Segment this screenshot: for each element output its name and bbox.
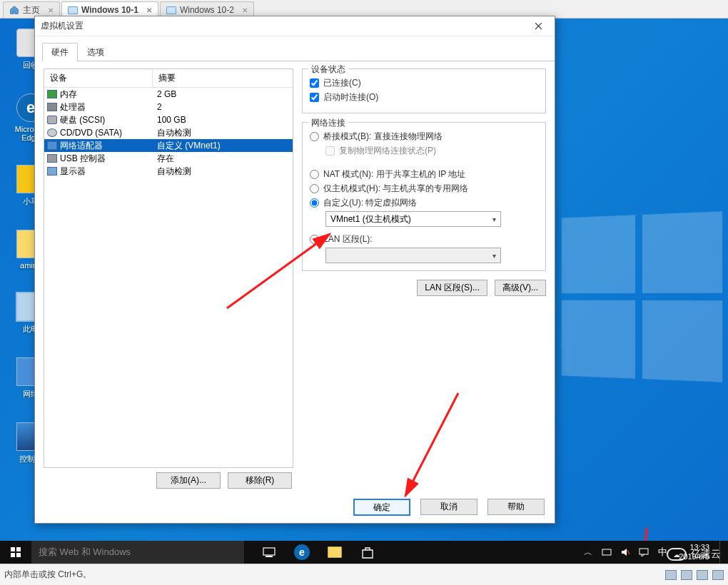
- remove-button[interactable]: 移除(R): [228, 472, 292, 489]
- home-icon: [9, 5, 19, 15]
- tray-chevron-icon[interactable]: ︿: [582, 546, 595, 559]
- explorer-taskbar-icon[interactable]: [318, 541, 351, 564]
- close-icon[interactable]: ✕: [48, 6, 54, 14]
- status-cd-icon[interactable]: [681, 570, 692, 580]
- col-device[interactable]: 设备: [44, 69, 153, 87]
- device-list-header: 设备 摘要: [44, 69, 293, 88]
- device-list-panel: 设备 摘要 内存2 GB处理器2硬盘 (SCSI)100 GBCD/DVD (S…: [44, 68, 293, 468]
- device-name: USB 控制器: [60, 153, 106, 165]
- taskview-icon[interactable]: [253, 541, 285, 564]
- volume-tray-icon[interactable]: [619, 546, 632, 559]
- svg-rect-3: [11, 547, 15, 551]
- dialog-buttons: 确定 取消 帮助: [353, 499, 545, 516]
- device-state-group: 设备状态 已连接(C) 启动时连接(O): [302, 68, 546, 113]
- store-taskbar-icon[interactable]: [351, 541, 384, 564]
- network-connection-group: 网络连接 桥接模式(B): 直接连接物理网络 复制物理网络连接状态(P) NAT…: [302, 122, 546, 271]
- tab-label: 主页: [23, 4, 40, 16]
- device-summary: 2 GB: [153, 89, 293, 99]
- settings-tabs: 硬件 选项: [42, 42, 555, 61]
- connected-checkbox[interactable]: 已连接(C): [310, 77, 538, 89]
- bridged-radio[interactable]: 桥接模式(B): 直接连接物理网络: [310, 131, 538, 143]
- device-config-panel: 设备状态 已连接(C) 启动时连接(O) 网络连接 桥接模式(B): 直接连接物…: [302, 68, 546, 495]
- tab-label: Windows 10-2: [180, 5, 234, 15]
- ok-button[interactable]: 确定: [353, 499, 410, 516]
- device-summary: 2: [153, 102, 293, 112]
- device-name: 处理器: [60, 101, 86, 113]
- device-name: 内存: [60, 88, 77, 101]
- device-summary: 自定义 (VMnet1): [153, 140, 293, 152]
- svg-line-10: [627, 550, 630, 554]
- lanseg-select[interactable]: [325, 248, 501, 263]
- device-row[interactable]: USB 控制器存在: [44, 152, 293, 165]
- device-summary: 存在: [153, 153, 293, 165]
- start-button[interactable]: [0, 541, 31, 564]
- device-row[interactable]: 硬盘 (SCSI)100 GB: [44, 113, 293, 126]
- device-icon: [47, 103, 57, 111]
- device-row[interactable]: 显示器自动检测: [44, 165, 293, 178]
- device-icon: [47, 116, 57, 124]
- taskbar-apps: e: [253, 541, 384, 564]
- windows-logo: [562, 211, 722, 382]
- svg-rect-5: [11, 553, 15, 557]
- svg-rect-7: [263, 548, 275, 555]
- advanced-button[interactable]: 高级(V)...: [495, 280, 546, 296]
- nat-radio[interactable]: NAT 模式(N): 用于共享主机的 IP 地址: [310, 168, 538, 180]
- search-placeholder: 搜索 Web 和 Windows: [39, 546, 131, 559]
- device-row[interactable]: 内存2 GB: [44, 88, 293, 101]
- status-display-icon[interactable]: [712, 570, 724, 580]
- status-hint: 内部单击或按 Ctrl+G。: [4, 569, 91, 581]
- cancel-button[interactable]: 取消: [420, 499, 477, 515]
- svg-rect-4: [16, 547, 21, 551]
- monitor-icon: [68, 5, 78, 15]
- device-icon: [47, 128, 57, 137]
- lanseg-radio[interactable]: LAN 区段(L):: [310, 233, 538, 245]
- replicate-checkbox[interactable]: 复制物理网络连接状态(P): [325, 145, 538, 157]
- cloud-icon: ☁: [667, 548, 687, 561]
- svg-rect-6: [16, 553, 21, 557]
- device-summary: 100 GB: [153, 115, 293, 125]
- device-summary: 自动检测: [153, 166, 293, 178]
- vmware-status-bar: 内部单击或按 Ctrl+G。: [0, 564, 728, 585]
- network-tray-icon[interactable]: [600, 546, 613, 559]
- svg-rect-8: [266, 556, 273, 557]
- svg-rect-11: [639, 549, 648, 554]
- status-net-icon[interactable]: [697, 570, 708, 580]
- watermark: ☁ 亿速云: [667, 548, 721, 561]
- hostonly-radio[interactable]: 仅主机模式(H): 与主机共享的专用网络: [310, 183, 538, 195]
- add-button[interactable]: 添加(A)...: [156, 472, 221, 489]
- device-list[interactable]: 内存2 GB处理器2硬盘 (SCSI)100 GBCD/DVD (SATA)自动…: [44, 88, 293, 467]
- device-icon: [47, 90, 57, 98]
- device-row[interactable]: 网络适配器自定义 (VMnet1): [44, 139, 293, 152]
- edge-taskbar-icon[interactable]: e: [285, 541, 318, 564]
- lan-segments-button[interactable]: LAN 区段(S)...: [417, 280, 487, 296]
- device-icon: [47, 141, 57, 150]
- device-name: 显示器: [60, 166, 86, 178]
- device-name: CD/DVD (SATA): [60, 128, 122, 138]
- dialog-title: 虚拟机设置: [41, 20, 84, 32]
- group-legend: 网络连接: [308, 117, 348, 129]
- search-input[interactable]: 搜索 Web 和 Windows: [31, 541, 244, 564]
- tab-label: Windows 10-1: [81, 5, 138, 15]
- connect-at-poweron-checkbox[interactable]: 启动时连接(O): [310, 91, 538, 103]
- tab-hardware[interactable]: 硬件: [42, 43, 78, 61]
- close-icon[interactable]: ✕: [146, 6, 152, 14]
- help-button[interactable]: 帮助: [487, 499, 545, 515]
- close-icon[interactable]: ✕: [242, 6, 248, 14]
- svg-rect-9: [602, 549, 611, 555]
- custom-radio[interactable]: 自定义(U): 特定虚拟网络: [310, 197, 538, 209]
- taskbar: 搜索 Web 和 Windows e ︿ 中 13:33 2019/8/5: [0, 541, 728, 564]
- action-center-icon[interactable]: [637, 546, 650, 559]
- col-summary[interactable]: 摘要: [153, 69, 293, 87]
- device-name: 网络适配器: [60, 140, 103, 152]
- device-row[interactable]: CD/DVD (SATA)自动检测: [44, 126, 293, 139]
- device-icon: [47, 154, 57, 163]
- monitor-icon: [166, 5, 176, 15]
- dialog-titlebar[interactable]: 虚拟机设置: [35, 16, 555, 36]
- close-button[interactable]: [527, 19, 549, 34]
- custom-vmnet-select[interactable]: VMnet1 (仅主机模式): [325, 211, 501, 227]
- group-legend: 设备状态: [308, 63, 348, 76]
- device-icon: [47, 167, 57, 176]
- status-disk-icon[interactable]: [665, 570, 677, 580]
- tab-options[interactable]: 选项: [78, 43, 113, 61]
- device-row[interactable]: 处理器2: [44, 101, 293, 113]
